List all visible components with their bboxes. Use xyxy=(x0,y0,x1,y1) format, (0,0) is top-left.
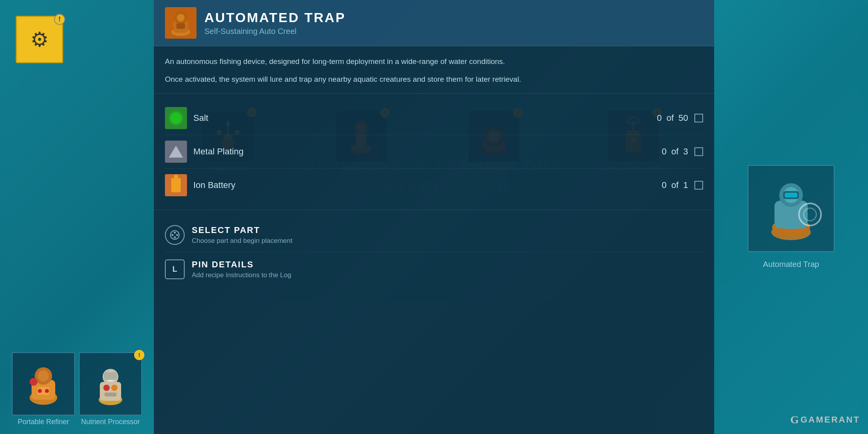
nutrient-processor-badge: ! xyxy=(134,350,144,360)
material-row-salt: Salt 0 of 50 xyxy=(165,101,703,135)
shelf-row: Portable Refiner ! Nutrient Processor xyxy=(8,352,146,426)
svg-point-58 xyxy=(172,234,174,236)
l-key-label: L xyxy=(172,265,177,274)
svg-point-7 xyxy=(45,389,49,393)
action-row-pin-details[interactable]: L PIN DETAILS Add recipe instructions to… xyxy=(165,252,703,286)
pin-details-key-icon: L xyxy=(165,259,185,279)
svg-rect-54 xyxy=(176,23,185,29)
pin-details-text: PIN DETAILS Add recipe instructions to t… xyxy=(192,259,291,279)
material-row-ion-battery: Ion Battery 0 of 1 xyxy=(165,169,703,202)
svg-point-4 xyxy=(30,378,37,386)
metal-plating-checkbox[interactable] xyxy=(694,147,703,156)
materials-section: Salt 0 of 50 Metal Plating 0 of 3 xyxy=(154,94,714,210)
svg-point-56 xyxy=(174,231,176,233)
material-row-metal-plating: Metal Plating 0 of 3 xyxy=(165,135,703,169)
bottom-shelf: Portable Refiner ! Nutrient Processor xyxy=(0,344,154,434)
ion-battery-of: of xyxy=(671,180,678,190)
ion-battery-current: 0 xyxy=(662,180,666,190)
salt-count: 0 of 50 xyxy=(657,113,688,123)
nutrient-processor-box[interactable]: ! xyxy=(79,352,142,415)
notification-gear-icon: ⚙ ! xyxy=(16,16,63,63)
watermark-g: G xyxy=(790,413,799,426)
svg-point-14 xyxy=(111,385,118,391)
portable-refiner-label: Portable Refiner xyxy=(18,418,69,426)
panel-subtitle: Self-Sustaining Auto Creel xyxy=(204,27,346,36)
svg-point-57 xyxy=(174,236,176,238)
metal-plating-required: 3 xyxy=(683,147,688,157)
panel-description: An autonomous fishing device, designed f… xyxy=(154,46,714,94)
panel-header: AUTOMATED TRAP Self-Sustaining Auto Cree… xyxy=(154,0,714,46)
description-para-2: Once activated, the system will lure and… xyxy=(165,73,703,85)
select-part-title: SELECT PART xyxy=(192,225,292,235)
svg-point-3 xyxy=(38,370,49,381)
nutrient-processor-icon xyxy=(89,360,132,408)
right-panel: Automated Trap xyxy=(714,0,868,434)
main-panel: AUTOMATED TRAP Self-Sustaining Auto Cree… xyxy=(154,0,714,434)
header-trap-icon xyxy=(167,9,195,37)
watermark: G GAMERANT xyxy=(790,413,860,426)
salt-required: 50 xyxy=(679,113,688,123)
select-part-key-icon xyxy=(165,225,185,245)
gear-icon: ⚙ xyxy=(30,28,49,51)
panel-header-icon xyxy=(165,7,196,39)
actions-section: SELECT PART Choose part and begin placem… xyxy=(154,210,714,290)
svg-rect-45 xyxy=(785,193,797,197)
description-para-1: An autonomous fishing device, designed f… xyxy=(165,56,703,67)
pin-details-desc: Add recipe instructions to the Log xyxy=(192,271,291,279)
watermark-text: GAMERANT xyxy=(801,415,860,425)
nutrient-processor-label: Nutrient Processor xyxy=(81,418,140,426)
svg-point-59 xyxy=(176,234,178,236)
action-row-select-part[interactable]: SELECT PART Choose part and begin placem… xyxy=(165,218,703,252)
metal-plating-count: 0 of 3 xyxy=(662,147,688,157)
shelf-item-nutrient-processor[interactable]: ! Nutrient Processor xyxy=(79,352,142,426)
salt-icon xyxy=(165,107,187,129)
svg-point-6 xyxy=(38,389,42,393)
salt-checkbox[interactable] xyxy=(694,114,703,122)
metal-plating-current: 0 xyxy=(662,147,666,157)
svg-rect-15 xyxy=(105,393,116,396)
metal-plating-name: Metal Plating xyxy=(193,147,655,157)
portable-refiner-box[interactable] xyxy=(12,352,75,415)
controller-icon xyxy=(169,229,180,240)
metal-plating-icon xyxy=(165,141,187,163)
battery-shape xyxy=(171,178,181,192)
svg-point-49 xyxy=(794,228,805,235)
svg-rect-12 xyxy=(104,372,117,380)
svg-rect-9 xyxy=(100,382,121,401)
panel-header-text: AUTOMATED TRAP Self-Sustaining Auto Cree… xyxy=(204,10,346,36)
automated-trap-box[interactable] xyxy=(748,165,834,252)
salt-name: Salt xyxy=(193,113,651,123)
svg-point-48 xyxy=(777,228,788,235)
automated-trap-icon xyxy=(756,173,827,244)
exclaim-badge: ! xyxy=(54,14,65,25)
ion-battery-count: 0 of 1 xyxy=(662,180,688,190)
metal-triangle xyxy=(169,146,183,158)
ion-battery-icon xyxy=(165,174,187,196)
svg-point-13 xyxy=(103,385,110,391)
svg-point-53 xyxy=(177,14,185,22)
panel-title: AUTOMATED TRAP xyxy=(204,10,346,25)
automated-trap-label: Automated Trap xyxy=(763,260,819,269)
ion-battery-checkbox[interactable] xyxy=(694,181,703,190)
metal-plating-of: of xyxy=(671,147,678,157)
ion-battery-required: 1 xyxy=(683,180,688,190)
portable-refiner-icon xyxy=(22,360,65,408)
pin-details-title: PIN DETAILS xyxy=(192,259,291,270)
salt-of: of xyxy=(666,113,673,123)
salt-current: 0 xyxy=(657,113,662,123)
salt-dot xyxy=(170,113,181,124)
select-part-desc: Choose part and begin placement xyxy=(192,237,292,245)
ion-battery-name: Ion Battery xyxy=(193,180,655,190)
shelf-item-portable-refiner[interactable]: Portable Refiner xyxy=(12,352,75,426)
select-part-text: SELECT PART Choose part and begin placem… xyxy=(192,225,292,245)
